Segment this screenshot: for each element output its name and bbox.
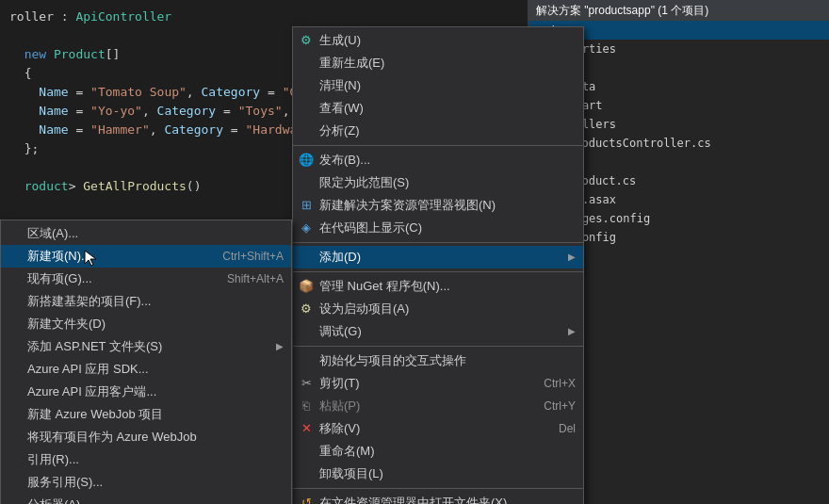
menu-label-view: 查看(W) bbox=[319, 97, 576, 120]
build-icon: ⚙ bbox=[299, 33, 314, 48]
menu-label-rebuild: 重新生成(E) bbox=[319, 52, 576, 74]
add-menu-item-existingitem[interactable]: 现有项(G)... Shift+Alt+A bbox=[1, 268, 291, 290]
add-menu-label-ref: 引用(R)... bbox=[27, 448, 284, 471]
add-menu-label-webjob: 新建 Azure WebJob 项目 bbox=[27, 403, 284, 426]
scaffolded-icon bbox=[7, 294, 22, 309]
menu-item-setstartup[interactable]: ⚙ 设为启动项目(A) bbox=[293, 298, 583, 320]
add-menu-item-ref[interactable]: 引用(R)... bbox=[1, 448, 291, 471]
separator-1 bbox=[293, 145, 583, 146]
menu-label-unload: 卸载项目(L) bbox=[319, 463, 576, 485]
menu-label-debug: 调试(G) bbox=[319, 320, 568, 343]
existingitem-shortcut: Shift+Alt+A bbox=[227, 268, 284, 290]
code-line-1: roller : ApiController bbox=[0, 8, 528, 26]
add-menu-item-aspnet[interactable]: 添加 ASP.NET 文件夹(S) ▶ bbox=[1, 335, 291, 358]
unload-icon bbox=[299, 466, 314, 481]
menu-item-remove[interactable]: ✕ 移除(V) Del bbox=[293, 417, 583, 440]
analyze-icon bbox=[299, 123, 314, 138]
add-menu-label-zone: 区域(A)... bbox=[27, 222, 284, 245]
add-menu-item-existwebjob[interactable]: 将现有项目作为 Azure WebJob bbox=[1, 426, 291, 448]
zone-icon bbox=[7, 226, 22, 241]
cut-icon: ✂ bbox=[299, 376, 314, 391]
add-icon bbox=[299, 250, 314, 265]
azureapi-icon bbox=[7, 362, 22, 377]
add-menu-item-newitem[interactable]: 新建项(N)... Ctrl+Shift+A bbox=[1, 245, 291, 268]
menu-item-openinfm[interactable]: ↺ 在文件资源管理器中打开文件夹(X) bbox=[293, 492, 583, 504]
add-menu-item-serviceref[interactable]: 服务引用(S)... bbox=[1, 471, 291, 494]
add-menu-label-analyzer: 分析器(A)... bbox=[27, 494, 284, 504]
menu-item-clean[interactable]: 清理(N) bbox=[293, 74, 583, 97]
menu-item-debug[interactable]: 调试(G) ▶ bbox=[293, 320, 583, 343]
separator-2 bbox=[293, 242, 583, 243]
solution-header: 解决方案 "productsapp" (1 个项目) bbox=[528, 0, 829, 21]
remove-icon: ✕ bbox=[299, 421, 314, 436]
add-menu-item-azureapi[interactable]: Azure API 应用 SDK... bbox=[1, 358, 291, 381]
aspnet-arrow-icon: ▶ bbox=[276, 335, 284, 358]
globe-icon: 🌐 bbox=[299, 153, 314, 168]
interact-icon bbox=[299, 353, 314, 368]
scope-icon bbox=[299, 175, 314, 190]
debug-arrow-icon: ▶ bbox=[568, 320, 576, 343]
menu-label-publish: 发布(B)... bbox=[319, 149, 576, 171]
debug-icon bbox=[299, 324, 314, 339]
menu-item-view[interactable]: 查看(W) bbox=[293, 97, 583, 120]
menu-item-showcode[interactable]: ◈ 在代码图上显示(C) bbox=[293, 217, 583, 239]
menu-label-analyze: 分析(Z) bbox=[319, 120, 576, 142]
add-menu-item-zone[interactable]: 区域(A)... bbox=[1, 222, 291, 245]
add-menu-item-scaffolded[interactable]: 新搭建基架的项目(F)... bbox=[1, 290, 291, 313]
menu-label-add: 添加(D) bbox=[319, 246, 568, 268]
remove-shortcut: Del bbox=[559, 417, 576, 440]
menu-label-interact: 初始化与项目的交互式操作 bbox=[319, 350, 576, 372]
menu-label-clean: 清理(N) bbox=[319, 74, 576, 97]
newitem-icon bbox=[7, 249, 22, 264]
separator-3 bbox=[293, 271, 583, 272]
aspnet-icon bbox=[7, 339, 22, 354]
menu-item-paste[interactable]: ⎗ 粘贴(P) Ctrl+Y bbox=[293, 395, 583, 417]
gear-icon: ⚙ bbox=[299, 301, 314, 317]
menu-label-openinfm: 在文件资源管理器中打开文件夹(X) bbox=[319, 492, 576, 504]
existingitem-icon bbox=[7, 271, 22, 286]
rename-icon bbox=[299, 444, 314, 459]
webjob-icon bbox=[7, 407, 22, 422]
add-menu-label-azureapiapp: Azure API 应用客户端... bbox=[27, 381, 284, 403]
separator-4 bbox=[293, 346, 583, 347]
menu-item-build[interactable]: ⚙ 生成(U) bbox=[293, 29, 583, 52]
add-menu-item-newfolder[interactable]: 新建文件夹(D) bbox=[1, 313, 291, 335]
newfolder-icon bbox=[7, 317, 22, 332]
analyzer-icon bbox=[7, 497, 22, 504]
menu-label-cut: 剪切(T) bbox=[319, 372, 525, 395]
cut-shortcut: Ctrl+X bbox=[544, 372, 576, 395]
menu-label-rename: 重命名(M) bbox=[319, 440, 576, 463]
menu-label-scope: 限定为此范围(S) bbox=[319, 171, 576, 194]
menu-label-showcode: 在代码图上显示(C) bbox=[319, 217, 576, 239]
existwebjob-icon bbox=[7, 430, 22, 445]
menu-item-interact[interactable]: 初始化与项目的交互式操作 bbox=[293, 350, 583, 372]
context-menu-add: 区域(A)... 新建项(N)... Ctrl+Shift+A 现有项(G)..… bbox=[0, 219, 292, 504]
menu-item-add[interactable]: 添加(D) ▶ bbox=[293, 246, 583, 268]
add-arrow-icon: ▶ bbox=[568, 246, 576, 268]
menu-item-managenuget[interactable]: 📦 管理 NuGet 程序包(N)... bbox=[293, 275, 583, 298]
menu-item-newsolution[interactable]: ⊞ 新建解决方案资源管理器视图(N) bbox=[293, 194, 583, 217]
add-menu-item-azureapiapp[interactable]: Azure API 应用客户端... bbox=[1, 381, 291, 403]
menu-item-publish[interactable]: 🌐 发布(B)... bbox=[293, 149, 583, 171]
menu-item-cut[interactable]: ✂ 剪切(T) Ctrl+X bbox=[293, 372, 583, 395]
paste-icon: ⎗ bbox=[299, 398, 314, 414]
menu-item-unload[interactable]: 卸载项目(L) bbox=[293, 463, 583, 485]
add-menu-item-webjob[interactable]: 新建 Azure WebJob 项目 bbox=[1, 403, 291, 426]
rebuild-icon bbox=[299, 56, 314, 71]
add-menu-item-analyzer[interactable]: 分析器(A)... bbox=[1, 494, 291, 504]
paste-shortcut: Ctrl+Y bbox=[544, 395, 576, 417]
add-menu-label-existwebjob: 将现有项目作为 Azure WebJob bbox=[27, 426, 284, 448]
menu-label-build: 生成(U) bbox=[319, 29, 576, 52]
menu-item-analyze[interactable]: 分析(Z) bbox=[293, 120, 583, 142]
add-menu-label-newfolder: 新建文件夹(D) bbox=[27, 313, 284, 335]
ref-icon bbox=[7, 452, 22, 467]
add-menu-label-existingitem: 现有项(G)... bbox=[27, 268, 208, 290]
clean-icon bbox=[299, 78, 314, 93]
menu-label-setstartup: 设为启动项目(A) bbox=[319, 298, 576, 320]
menu-label-newsolution: 新建解决方案资源管理器视图(N) bbox=[319, 194, 576, 217]
menu-item-rebuild[interactable]: 重新生成(E) bbox=[293, 52, 583, 74]
menu-item-scope[interactable]: 限定为此范围(S) bbox=[293, 171, 583, 194]
folder-icon: ↺ bbox=[299, 496, 314, 504]
context-menu-main: ⚙ 生成(U) 重新生成(E) 清理(N) 查看(W) 分析(Z) 🌐 发布(B… bbox=[292, 26, 584, 504]
menu-item-rename[interactable]: 重命名(M) bbox=[293, 440, 583, 463]
